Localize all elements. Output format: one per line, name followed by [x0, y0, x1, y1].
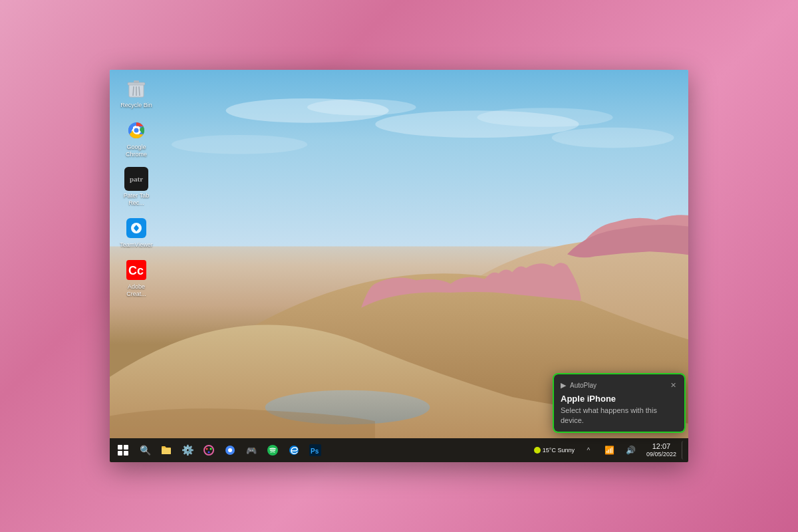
google-chrome-icon-img — [124, 118, 148, 142]
taskbar-time: 12:07 — [652, 442, 671, 451]
svg-point-20 — [134, 226, 138, 230]
taskbar-epic[interactable]: 🎮 — [241, 440, 261, 460]
svg-point-6 — [172, 135, 307, 154]
svg-point-26 — [208, 452, 210, 454]
chrome-taskbar-icon — [224, 444, 236, 456]
svg-point-1 — [226, 98, 389, 123]
autoplay-notification[interactable]: ▶ AutoPlay ✕ Apple iPhone Select what ha… — [554, 374, 684, 432]
taskbar-search[interactable]: 🔍 — [135, 440, 155, 460]
svg-point-23 — [204, 446, 213, 455]
svg-point-5 — [552, 128, 674, 148]
teamviewer-label: TeamViewer — [120, 241, 152, 249]
windows-logo — [118, 445, 128, 456]
taskbar-color-app[interactable] — [199, 440, 219, 460]
volume-icon: 🔊 — [626, 446, 636, 455]
desktop-window: Recycle Bin Go — [110, 70, 688, 462]
start-button[interactable] — [112, 440, 134, 460]
adobe-cc-icon[interactable]: Cc Adobe Creat... — [119, 258, 154, 298]
notification-body: Select what happens with this device. — [561, 406, 676, 425]
taskbar-spotify[interactable] — [263, 440, 283, 460]
network-tray-icon[interactable]: 📶 — [600, 440, 620, 460]
svg-point-3 — [375, 110, 579, 138]
taskbar-right: 15°C Sunny ^ 📶 🔊 12:07 09/05/2022 — [531, 440, 686, 460]
adobe-cc-icon-img: Cc — [124, 258, 148, 282]
taskbar-date: 09/05/2022 — [646, 451, 676, 459]
taskbar-file-explorer[interactable] — [156, 440, 176, 460]
notification-app-name: AutoPlay — [570, 382, 597, 389]
weather-dot — [534, 447, 541, 454]
taskbar-photoshop[interactable]: Ps — [305, 440, 325, 460]
svg-point-2 — [307, 99, 416, 116]
svg-text:Cc: Cc — [128, 264, 144, 277]
notification-close-button[interactable]: ✕ — [670, 382, 676, 389]
svg-line-13 — [139, 86, 140, 96]
autoplay-icon: ▶ — [561, 381, 566, 390]
svg-point-28 — [228, 448, 232, 452]
svg-point-24 — [206, 448, 208, 450]
weather-widget[interactable]: 15°C Sunny — [531, 447, 577, 454]
svg-point-7 — [265, 390, 430, 425]
google-chrome-icon[interactable]: Google Chrome — [119, 118, 154, 158]
settings-icon: ⚙️ — [182, 444, 194, 456]
edge-icon — [288, 444, 300, 456]
search-icon: 🔍 — [140, 445, 151, 456]
sky-clouds — [110, 70, 688, 247]
spotify-icon — [267, 444, 279, 456]
recycle-bin-icon-img — [124, 76, 148, 100]
svg-point-17 — [134, 128, 139, 132]
volume-tray-icon[interactable]: 🔊 — [621, 440, 641, 460]
epic-icon: 🎮 — [246, 446, 257, 456]
tray-arrow-icon: ^ — [587, 447, 591, 454]
folder-icon — [160, 444, 172, 456]
google-chrome-label: Google Chrome — [119, 144, 154, 158]
taskbar: 🔍 ⚙️ — [110, 438, 688, 462]
photoshop-icon: Ps — [309, 444, 321, 456]
recycle-bin-icon[interactable]: Recycle Bin — [119, 76, 154, 109]
teamviewer-icon[interactable]: TeamViewer — [119, 216, 154, 249]
taskbar-chrome[interactable] — [220, 440, 240, 460]
svg-point-4 — [477, 108, 612, 127]
notification-app-row: ▶ AutoPlay — [561, 381, 597, 390]
notification-header: ▶ AutoPlay ✕ — [561, 381, 676, 390]
svg-text:Ps: Ps — [311, 448, 319, 455]
palette-icon — [203, 444, 215, 456]
teamviewer-icon-img — [124, 216, 148, 240]
svg-point-25 — [210, 448, 212, 450]
wifi-icon: 📶 — [604, 446, 614, 455]
recycle-bin-label: Recycle Bin — [120, 102, 152, 109]
svg-rect-0 — [110, 70, 688, 247]
svg-line-11 — [133, 86, 134, 96]
clock-widget[interactable]: 12:07 09/05/2022 — [642, 442, 680, 459]
show-desktop-button[interactable] — [682, 441, 686, 460]
taskbar-settings[interactable]: ⚙️ — [178, 440, 198, 460]
svg-rect-10 — [134, 80, 139, 83]
adobe-cc-label: Adobe Creat... — [119, 283, 154, 298]
pater-tab-icon[interactable]: patr Pater Tab Rec... — [119, 167, 154, 207]
tray-overflow-button[interactable]: ^ — [579, 440, 598, 460]
weather-text: 15°C Sunny — [543, 447, 575, 454]
pater-tab-label: Pater Tab Rec... — [119, 192, 154, 207]
pater-tab-icon-img: patr — [124, 167, 148, 191]
desktop-icons-area: Recycle Bin Go — [119, 76, 154, 297]
taskbar-edge[interactable] — [284, 440, 304, 460]
notification-title: Apple iPhone — [561, 394, 676, 404]
